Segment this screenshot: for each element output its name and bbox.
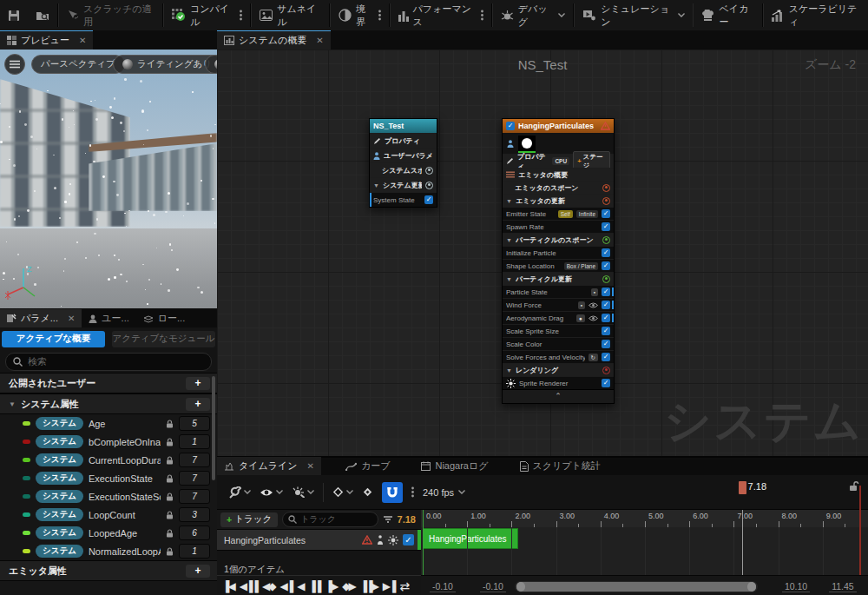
lit-mode-button[interactable]: ライティングあり — [113, 55, 217, 74]
chevron-down-icon[interactable]: ▼ — [373, 182, 379, 188]
emitter-clip[interactable]: HangingParticulates — [423, 528, 518, 549]
emitter-node[interactable]: ✓HangingParticulatesプロパティCPU+ステージエミッタの概要… — [502, 118, 615, 404]
chevron-down-icon[interactable]: ▼ — [506, 237, 512, 243]
module-row[interactable]: Scale Color✓ — [503, 337, 614, 350]
add-track-button[interactable]: +トラック — [220, 512, 278, 527]
module-row[interactable]: Emitter StateSelfInfinite✓ — [503, 207, 614, 220]
track-enabled-checkbox[interactable]: ✓ — [403, 534, 414, 545]
system-node-header[interactable]: NS_Test — [370, 119, 437, 133]
module-row[interactable]: Spawn Rate✓ — [503, 220, 614, 233]
range-start-field[interactable]: -0.10 — [430, 581, 456, 592]
parameter-row[interactable]: システムLoopCount3 — [0, 506, 217, 524]
stack-section-row[interactable]: プロパティ — [370, 133, 437, 148]
track-search-input[interactable]: トラック — [282, 512, 378, 527]
close-icon[interactable]: ✕ — [79, 36, 86, 45]
module-row[interactable]: Shape LocationBox / Plane✓ — [503, 259, 614, 272]
tab-curves[interactable]: カーブ — [339, 457, 398, 475]
view-options-dropdown[interactable] — [260, 488, 283, 497]
viewport-menu-button[interactable] — [4, 54, 25, 75]
tab-timeline[interactable]: タイムライン✕ — [217, 457, 321, 475]
emitter-properties-row[interactable]: プロパティCPU+ステージ — [503, 154, 614, 168]
more-options-icon[interactable] — [240, 10, 242, 21]
time-ruler[interactable]: 0.001.002.003.004.005.006.007.008.009.00 — [421, 510, 868, 528]
param-group-header[interactable]: 公開されたユーザー+ — [0, 373, 217, 393]
performance-button[interactable]: パフォーマンス — [391, 0, 491, 30]
enabled-checkbox[interactable]: ✓ — [602, 288, 610, 296]
collapse-node-button[interactable]: ⌃ — [503, 389, 614, 403]
range-end-marker[interactable] — [859, 486, 861, 575]
more-options-icon[interactable] — [481, 10, 483, 21]
scalability-button[interactable]: スケーラビリティ — [764, 0, 868, 30]
simulation-button[interactable]: シミュレーション — [575, 0, 692, 30]
chevron-down-icon[interactable]: ▼ — [506, 367, 512, 374]
add-parameter-button[interactable]: + — [186, 565, 210, 578]
enabled-checkbox[interactable]: ✓ — [602, 340, 610, 348]
chevron-down-icon[interactable]: ▼ — [506, 198, 512, 204]
add-parameter-button[interactable]: + — [186, 377, 210, 390]
snap-options-icon[interactable] — [411, 486, 414, 498]
thumbnail-button[interactable]: サムネイル — [252, 0, 329, 30]
active-overview-button[interactable]: アクティブな概要 — [2, 331, 105, 347]
jump-end-button[interactable]: ▶▐ — [383, 581, 395, 592]
stack-section-row[interactable]: エミッタのスポーン — [503, 181, 614, 194]
compile-button[interactable]: コンパイル — [164, 0, 250, 30]
enabled-checkbox[interactable]: ✓ — [506, 122, 515, 130]
next-key-button[interactable]: ◆▶ — [342, 581, 354, 592]
system-node[interactable]: NS_Testプロパティユーザーパラメータシステムスポーン▼システム更新Syst… — [369, 118, 437, 208]
timeline-area[interactable]: 0.001.002.003.004.005.006.007.008.009.00… — [421, 510, 868, 575]
enabled-checkbox[interactable]: ✓ — [602, 301, 610, 309]
stack-section-row[interactable]: ▼システム更新 — [370, 177, 437, 192]
stack-section-row[interactable]: システムスポーン — [370, 162, 437, 177]
node-pin[interactable] — [602, 275, 610, 283]
step-back-button[interactable]: ◀▐ — [279, 581, 292, 592]
search-input[interactable]: 検索 — [5, 353, 212, 371]
jump-start-button[interactable]: ▐◀ — [222, 581, 234, 592]
track-lanes[interactable]: HangingParticulates — [421, 527, 868, 575]
loop-button[interactable]: ⇄ — [400, 580, 411, 592]
active-modules-button[interactable]: アクティブなモジュール — [112, 331, 215, 347]
parameter-row[interactable]: システムNormalizedLoopAge1 — [0, 542, 217, 560]
prev-frame-button[interactable]: ◀▐▐ — [240, 581, 257, 592]
baker-button[interactable]: ベイカー — [694, 0, 761, 30]
current-time-field[interactable]: 7.18 — [398, 514, 416, 525]
range-end-field[interactable]: 11.45 — [829, 581, 857, 592]
snap-magnet-button[interactable] — [382, 482, 403, 503]
emitter-track-row[interactable]: HangingParticulates ✓ — [217, 530, 421, 551]
stack-section-row[interactable]: ▼レンダリング — [503, 363, 614, 376]
playhead-line[interactable] — [742, 510, 743, 575]
emitter-node-header[interactable]: ✓HangingParticulates — [503, 119, 614, 133]
stack-section-row[interactable]: ▼パーティクル更新 — [503, 272, 614, 285]
tab-script-stats[interactable]: スクリプト統計 — [513, 457, 608, 475]
parameter-row[interactable]: システムCurrentLoopDuratior7 — [0, 451, 217, 469]
settings-dropdown[interactable] — [227, 486, 251, 499]
enabled-checkbox[interactable]: ✓ — [602, 209, 610, 218]
module-row[interactable]: System State✓ — [370, 192, 437, 207]
chevron-down-icon[interactable] — [558, 13, 565, 17]
keyframe-options-dropdown[interactable] — [332, 486, 353, 498]
param-group-header[interactable]: ▼システム属性+ — [0, 393, 217, 414]
stack-section-row[interactable]: ▼パーティクルのスポーン — [503, 233, 614, 246]
tab-system-overview[interactable]: システムの概要 ✕ — [217, 30, 331, 50]
tab-local-values[interactable]: ロー... — [136, 309, 192, 327]
parameter-row[interactable]: システムbCompleteOnInactiv1 — [0, 433, 217, 451]
timeline-scrollbar[interactable] — [515, 581, 758, 592]
enabled-checkbox[interactable]: ✓ — [424, 195, 433, 204]
node-pin[interactable] — [602, 236, 610, 244]
node-pin[interactable] — [602, 367, 610, 374]
filter-icon[interactable] — [383, 515, 393, 524]
isolate-icon[interactable] — [377, 535, 384, 545]
close-icon[interactable]: ✕ — [307, 461, 314, 471]
emitter-thumbnail[interactable] — [518, 136, 536, 151]
param-group-header[interactable]: エミッタ属性+ — [0, 560, 217, 581]
play-back-button[interactable]: ◀ — [297, 581, 303, 592]
preview-viewport[interactable]: パースペクティブ ライティングあり Z — [0, 50, 217, 308]
param-scrollbar[interactable] — [212, 376, 215, 480]
module-row[interactable]: Solve Forces and Velocity↻✓ — [503, 350, 614, 363]
module-row[interactable]: Particle State▪✓ — [503, 285, 614, 298]
graph-canvas[interactable]: NS_Test ズーム -2 システム NS_Testプロパティユーザーパラメー… — [217, 50, 868, 456]
save-button[interactable] — [0, 0, 28, 30]
close-icon[interactable]: ✕ — [316, 36, 323, 45]
module-row[interactable]: Sprite Renderer✓ — [503, 376, 614, 389]
bounds-button[interactable]: 境界 — [331, 0, 388, 30]
parameter-row[interactable]: システムExecutionStateSourc7 — [0, 487, 217, 506]
